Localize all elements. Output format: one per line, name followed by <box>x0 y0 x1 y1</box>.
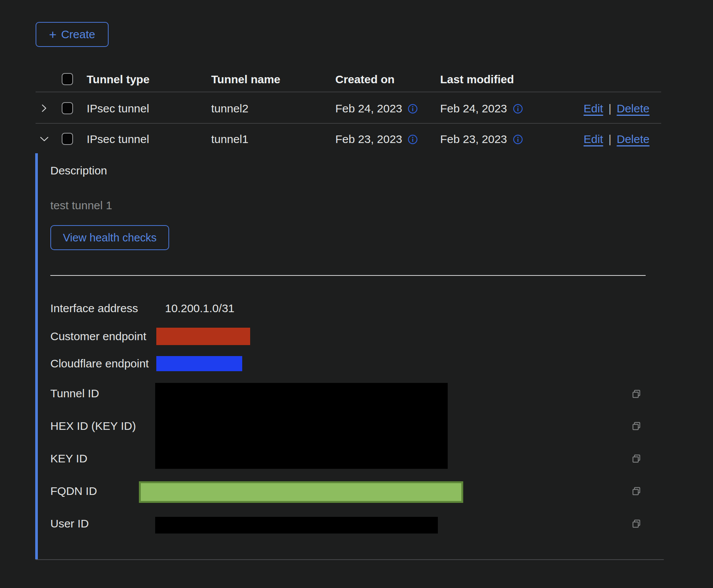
select-all-checkbox[interactable] <box>62 73 73 85</box>
ipsec-tunnels-page: + Create Tunnel type Tunnel name Created… <box>0 0 713 588</box>
section-divider <box>50 275 646 276</box>
row-divider <box>36 123 661 124</box>
field-label: Customer endpoint <box>50 329 146 344</box>
row-checkbox[interactable] <box>62 102 73 114</box>
field-label: Cloudflare endpoint <box>50 356 149 371</box>
chevron-right-icon[interactable] <box>39 103 49 113</box>
action-separator: | <box>609 101 612 116</box>
field-label: KEY ID <box>50 451 87 466</box>
delete-link[interactable]: Delete <box>617 101 650 116</box>
field-label: HEX ID (KEY ID) <box>50 419 136 433</box>
copy-icon[interactable] <box>631 421 641 431</box>
info-icon[interactable] <box>408 134 418 145</box>
description-value: test tunnel 1 <box>50 198 112 213</box>
fqdn-id-redaction <box>139 481 463 503</box>
info-icon[interactable] <box>513 104 523 114</box>
field-label: User ID <box>50 516 89 531</box>
row-checkbox[interactable] <box>62 133 73 145</box>
field-label: Tunnel ID <box>50 386 99 401</box>
tunnel-id-redaction <box>155 383 448 469</box>
expanded-row-bottom-divider <box>36 559 664 560</box>
plus-icon: + <box>49 29 57 40</box>
tunnel-type-cell: IPsec tunnel <box>87 132 149 146</box>
customer-endpoint-redaction <box>156 328 250 345</box>
field-label: FQDN ID <box>50 484 97 498</box>
interface-address-value: 10.200.1.0/31 <box>165 301 235 316</box>
create-button[interactable]: + Create <box>36 22 109 47</box>
col-header-tunnel-type: Tunnel type <box>87 72 149 87</box>
view-health-checks-button[interactable]: View health checks <box>50 225 169 250</box>
copy-icon[interactable] <box>631 486 641 496</box>
header-divider <box>36 92 661 92</box>
delete-link[interactable]: Delete <box>617 132 650 146</box>
chevron-down-icon[interactable] <box>39 135 50 144</box>
last-modified-cell: Feb 23, 2023 <box>440 132 507 146</box>
copy-icon[interactable] <box>631 454 641 464</box>
edit-link[interactable]: Edit <box>584 101 603 116</box>
tunnel-type-cell: IPsec tunnel <box>87 101 149 116</box>
expanded-row-accent-bar <box>35 153 38 559</box>
col-header-last-modified: Last modified <box>440 72 514 87</box>
tunnel-name-cell: tunnel2 <box>211 101 248 116</box>
create-button-label: Create <box>61 28 95 41</box>
info-icon[interactable] <box>408 104 418 114</box>
created-on-cell: Feb 24, 2023 <box>335 101 402 116</box>
created-on-cell: Feb 23, 2023 <box>335 132 402 146</box>
col-header-created-on: Created on <box>335 72 395 87</box>
copy-icon[interactable] <box>631 389 641 399</box>
field-label: Interface address <box>50 301 138 316</box>
copy-icon[interactable] <box>631 519 641 529</box>
info-icon[interactable] <box>513 134 523 145</box>
edit-link[interactable]: Edit <box>584 132 603 146</box>
tunnel-name-cell: tunnel1 <box>211 132 248 146</box>
action-separator: | <box>609 132 612 146</box>
user-id-redaction <box>155 517 438 534</box>
last-modified-cell: Feb 24, 2023 <box>440 101 507 116</box>
description-label: Description <box>50 163 107 178</box>
col-header-tunnel-name: Tunnel name <box>211 72 280 87</box>
cloudflare-endpoint-redaction <box>156 356 242 371</box>
